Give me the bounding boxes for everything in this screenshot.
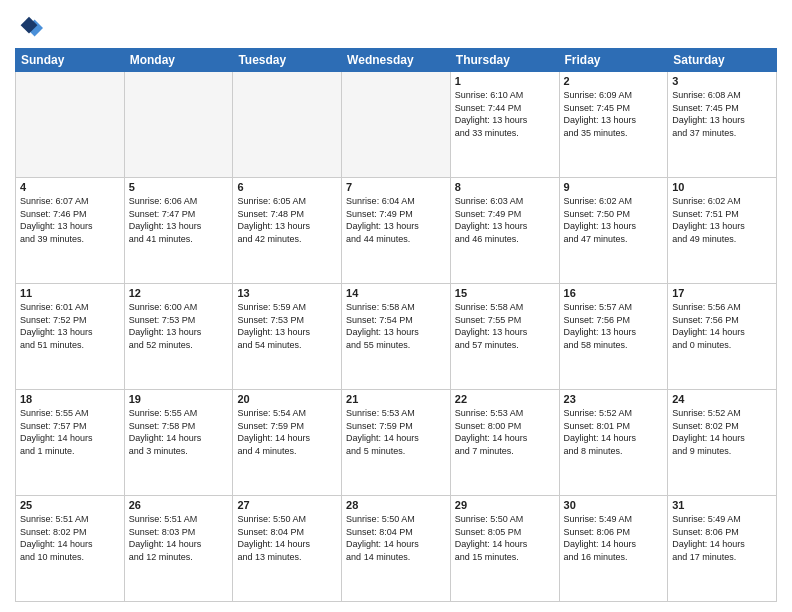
calendar-cell: 15Sunrise: 5:58 AM Sunset: 7:55 PM Dayli…	[450, 284, 559, 390]
weekday-header-sunday: Sunday	[16, 49, 125, 72]
day-info: Sunrise: 6:09 AM Sunset: 7:45 PM Dayligh…	[564, 89, 664, 139]
day-number: 22	[455, 393, 555, 405]
calendar-cell: 26Sunrise: 5:51 AM Sunset: 8:03 PM Dayli…	[124, 496, 233, 602]
day-info: Sunrise: 5:52 AM Sunset: 8:01 PM Dayligh…	[564, 407, 664, 457]
day-info: Sunrise: 6:02 AM Sunset: 7:50 PM Dayligh…	[564, 195, 664, 245]
calendar-cell: 25Sunrise: 5:51 AM Sunset: 8:02 PM Dayli…	[16, 496, 125, 602]
calendar-cell: 11Sunrise: 6:01 AM Sunset: 7:52 PM Dayli…	[16, 284, 125, 390]
calendar-cell: 24Sunrise: 5:52 AM Sunset: 8:02 PM Dayli…	[668, 390, 777, 496]
calendar-cell	[16, 72, 125, 178]
day-info: Sunrise: 5:50 AM Sunset: 8:05 PM Dayligh…	[455, 513, 555, 563]
calendar-cell: 16Sunrise: 5:57 AM Sunset: 7:56 PM Dayli…	[559, 284, 668, 390]
calendar-cell	[124, 72, 233, 178]
calendar-cell: 12Sunrise: 6:00 AM Sunset: 7:53 PM Dayli…	[124, 284, 233, 390]
calendar-cell: 2Sunrise: 6:09 AM Sunset: 7:45 PM Daylig…	[559, 72, 668, 178]
calendar-cell: 31Sunrise: 5:49 AM Sunset: 8:06 PM Dayli…	[668, 496, 777, 602]
day-info: Sunrise: 5:54 AM Sunset: 7:59 PM Dayligh…	[237, 407, 337, 457]
weekday-header-row: SundayMondayTuesdayWednesdayThursdayFrid…	[16, 49, 777, 72]
calendar-cell: 7Sunrise: 6:04 AM Sunset: 7:49 PM Daylig…	[342, 178, 451, 284]
calendar-week-5: 25Sunrise: 5:51 AM Sunset: 8:02 PM Dayli…	[16, 496, 777, 602]
day-number: 18	[20, 393, 120, 405]
day-info: Sunrise: 5:56 AM Sunset: 7:56 PM Dayligh…	[672, 301, 772, 351]
day-number: 1	[455, 75, 555, 87]
day-number: 17	[672, 287, 772, 299]
day-info: Sunrise: 6:06 AM Sunset: 7:47 PM Dayligh…	[129, 195, 229, 245]
day-number: 5	[129, 181, 229, 193]
day-info: Sunrise: 5:53 AM Sunset: 7:59 PM Dayligh…	[346, 407, 446, 457]
day-info: Sunrise: 5:53 AM Sunset: 8:00 PM Dayligh…	[455, 407, 555, 457]
weekday-header-wednesday: Wednesday	[342, 49, 451, 72]
day-number: 26	[129, 499, 229, 511]
day-info: Sunrise: 5:51 AM Sunset: 8:02 PM Dayligh…	[20, 513, 120, 563]
calendar: SundayMondayTuesdayWednesdayThursdayFrid…	[15, 48, 777, 602]
day-info: Sunrise: 5:59 AM Sunset: 7:53 PM Dayligh…	[237, 301, 337, 351]
calendar-cell: 17Sunrise: 5:56 AM Sunset: 7:56 PM Dayli…	[668, 284, 777, 390]
calendar-cell	[342, 72, 451, 178]
day-number: 24	[672, 393, 772, 405]
day-number: 16	[564, 287, 664, 299]
day-number: 19	[129, 393, 229, 405]
day-number: 3	[672, 75, 772, 87]
day-number: 15	[455, 287, 555, 299]
calendar-cell: 23Sunrise: 5:52 AM Sunset: 8:01 PM Dayli…	[559, 390, 668, 496]
day-info: Sunrise: 5:51 AM Sunset: 8:03 PM Dayligh…	[129, 513, 229, 563]
calendar-cell: 4Sunrise: 6:07 AM Sunset: 7:46 PM Daylig…	[16, 178, 125, 284]
day-number: 12	[129, 287, 229, 299]
calendar-cell: 8Sunrise: 6:03 AM Sunset: 7:49 PM Daylig…	[450, 178, 559, 284]
day-number: 31	[672, 499, 772, 511]
day-number: 8	[455, 181, 555, 193]
calendar-cell: 9Sunrise: 6:02 AM Sunset: 7:50 PM Daylig…	[559, 178, 668, 284]
day-info: Sunrise: 5:58 AM Sunset: 7:54 PM Dayligh…	[346, 301, 446, 351]
calendar-cell: 21Sunrise: 5:53 AM Sunset: 7:59 PM Dayli…	[342, 390, 451, 496]
day-number: 27	[237, 499, 337, 511]
day-number: 30	[564, 499, 664, 511]
calendar-cell: 10Sunrise: 6:02 AM Sunset: 7:51 PM Dayli…	[668, 178, 777, 284]
calendar-cell: 27Sunrise: 5:50 AM Sunset: 8:04 PM Dayli…	[233, 496, 342, 602]
day-number: 23	[564, 393, 664, 405]
day-number: 28	[346, 499, 446, 511]
calendar-week-4: 18Sunrise: 5:55 AM Sunset: 7:57 PM Dayli…	[16, 390, 777, 496]
day-info: Sunrise: 5:58 AM Sunset: 7:55 PM Dayligh…	[455, 301, 555, 351]
calendar-cell: 3Sunrise: 6:08 AM Sunset: 7:45 PM Daylig…	[668, 72, 777, 178]
day-info: Sunrise: 6:03 AM Sunset: 7:49 PM Dayligh…	[455, 195, 555, 245]
page: SundayMondayTuesdayWednesdayThursdayFrid…	[0, 0, 792, 612]
day-info: Sunrise: 5:49 AM Sunset: 8:06 PM Dayligh…	[564, 513, 664, 563]
day-info: Sunrise: 6:01 AM Sunset: 7:52 PM Dayligh…	[20, 301, 120, 351]
day-number: 29	[455, 499, 555, 511]
day-number: 7	[346, 181, 446, 193]
weekday-header-monday: Monday	[124, 49, 233, 72]
day-info: Sunrise: 6:10 AM Sunset: 7:44 PM Dayligh…	[455, 89, 555, 139]
calendar-week-1: 1Sunrise: 6:10 AM Sunset: 7:44 PM Daylig…	[16, 72, 777, 178]
day-info: Sunrise: 6:08 AM Sunset: 7:45 PM Dayligh…	[672, 89, 772, 139]
day-number: 9	[564, 181, 664, 193]
logo	[15, 14, 47, 42]
calendar-cell: 30Sunrise: 5:49 AM Sunset: 8:06 PM Dayli…	[559, 496, 668, 602]
calendar-week-2: 4Sunrise: 6:07 AM Sunset: 7:46 PM Daylig…	[16, 178, 777, 284]
day-number: 20	[237, 393, 337, 405]
calendar-cell: 1Sunrise: 6:10 AM Sunset: 7:44 PM Daylig…	[450, 72, 559, 178]
day-info: Sunrise: 5:57 AM Sunset: 7:56 PM Dayligh…	[564, 301, 664, 351]
day-info: Sunrise: 6:05 AM Sunset: 7:48 PM Dayligh…	[237, 195, 337, 245]
day-info: Sunrise: 5:49 AM Sunset: 8:06 PM Dayligh…	[672, 513, 772, 563]
logo-icon	[15, 14, 43, 42]
calendar-cell	[233, 72, 342, 178]
day-number: 14	[346, 287, 446, 299]
day-number: 10	[672, 181, 772, 193]
day-info: Sunrise: 6:00 AM Sunset: 7:53 PM Dayligh…	[129, 301, 229, 351]
calendar-cell: 18Sunrise: 5:55 AM Sunset: 7:57 PM Dayli…	[16, 390, 125, 496]
weekday-header-friday: Friday	[559, 49, 668, 72]
day-number: 13	[237, 287, 337, 299]
day-number: 21	[346, 393, 446, 405]
day-info: Sunrise: 5:55 AM Sunset: 7:57 PM Dayligh…	[20, 407, 120, 457]
calendar-cell: 28Sunrise: 5:50 AM Sunset: 8:04 PM Dayli…	[342, 496, 451, 602]
weekday-header-saturday: Saturday	[668, 49, 777, 72]
calendar-cell: 19Sunrise: 5:55 AM Sunset: 7:58 PM Dayli…	[124, 390, 233, 496]
day-number: 11	[20, 287, 120, 299]
day-info: Sunrise: 6:04 AM Sunset: 7:49 PM Dayligh…	[346, 195, 446, 245]
calendar-cell: 29Sunrise: 5:50 AM Sunset: 8:05 PM Dayli…	[450, 496, 559, 602]
day-info: Sunrise: 5:50 AM Sunset: 8:04 PM Dayligh…	[237, 513, 337, 563]
calendar-week-3: 11Sunrise: 6:01 AM Sunset: 7:52 PM Dayli…	[16, 284, 777, 390]
day-info: Sunrise: 6:02 AM Sunset: 7:51 PM Dayligh…	[672, 195, 772, 245]
header	[15, 10, 777, 42]
calendar-cell: 5Sunrise: 6:06 AM Sunset: 7:47 PM Daylig…	[124, 178, 233, 284]
